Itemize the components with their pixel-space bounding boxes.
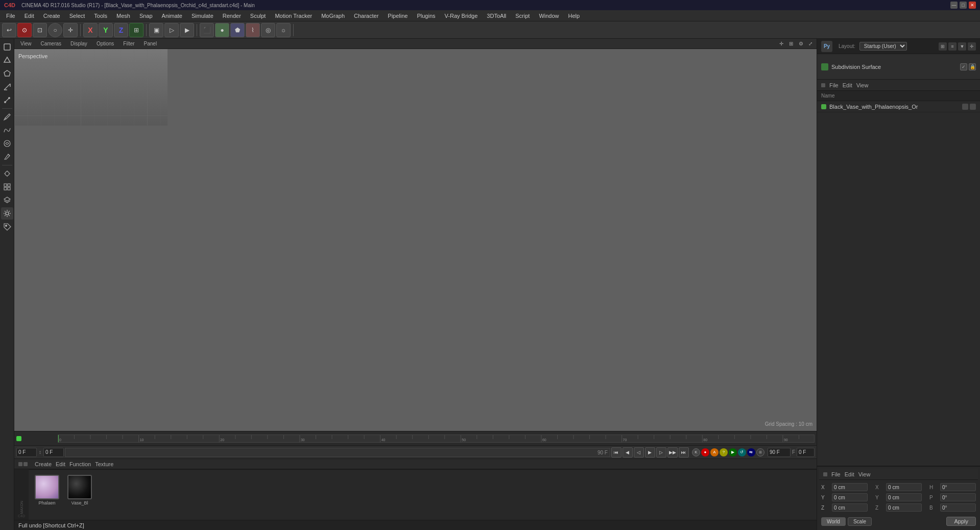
- indicator-loop[interactable]: ↺: [738, 448, 746, 456]
- attr-z-pos[interactable]: [832, 503, 868, 512]
- attr-y-pos[interactable]: [832, 493, 868, 501]
- menu-simulate[interactable]: Simulate: [187, 12, 218, 20]
- sidebar-sculpt-icon[interactable]: [1, 137, 13, 150]
- goto-end-button[interactable]: ⏭: [679, 447, 689, 457]
- menu-sculpt[interactable]: Sculpt: [246, 12, 270, 20]
- obj-row-vase[interactable]: Black_Vase_with_Phalaenopsis_Or: [817, 101, 980, 112]
- panel-icon-4[interactable]: ✛: [968, 42, 976, 51]
- attr-b-rot[interactable]: [940, 503, 976, 512]
- indicator-grid[interactable]: ⊞: [756, 448, 764, 456]
- sidebar-pen-icon[interactable]: [1, 111, 13, 123]
- mat-edit-button[interactable]: Edit: [56, 461, 65, 467]
- tab-cameras[interactable]: Cameras: [37, 40, 66, 47]
- indicator-auto[interactable]: A: [710, 448, 719, 456]
- panel-icon-2[interactable]: ≡: [948, 42, 957, 51]
- menu-help[interactable]: Help: [564, 12, 584, 20]
- sidebar-polygon-icon[interactable]: [1, 67, 13, 80]
- axis-z-button[interactable]: Z: [114, 23, 128, 37]
- render-region-button[interactable]: ▣: [149, 23, 163, 37]
- menu-character[interactable]: Character: [350, 12, 383, 20]
- menu-script[interactable]: Script: [511, 12, 534, 20]
- minimize-button[interactable]: —: [950, 2, 958, 9]
- prev-play-button[interactable]: ◁: [634, 447, 644, 457]
- sidebar-layers-icon[interactable]: [1, 194, 13, 206]
- undo-button[interactable]: ↩: [2, 23, 16, 37]
- attr-p-rot[interactable]: [940, 493, 976, 501]
- attr-y-scale[interactable]: [886, 493, 922, 501]
- menu-window[interactable]: Window: [535, 12, 563, 20]
- nurbs-button[interactable]: ⬟: [230, 23, 245, 37]
- fps-input[interactable]: [768, 448, 791, 457]
- apply-button[interactable]: Apply: [946, 517, 976, 526]
- viewport-icon-move[interactable]: ✛: [777, 40, 785, 48]
- menu-3dtoall[interactable]: 3DToAll: [483, 12, 510, 20]
- mat-function-button[interactable]: Function: [69, 461, 91, 467]
- deform-button[interactable]: ⌇: [246, 23, 260, 37]
- move-button[interactable]: ✛: [63, 23, 78, 37]
- menu-render[interactable]: Render: [219, 12, 245, 20]
- render-full-button[interactable]: ▶: [180, 23, 194, 37]
- axis-y-button[interactable]: Y: [99, 23, 113, 37]
- maximize-button[interactable]: □: [960, 2, 967, 9]
- tab-filter[interactable]: Filter: [119, 40, 138, 47]
- sidebar-object-icon[interactable]: [1, 54, 13, 66]
- obj-edit-menu[interactable]: Edit: [843, 82, 852, 88]
- sidebar-point-icon[interactable]: [1, 94, 13, 106]
- indicator-ping[interactable]: ⇆: [747, 448, 755, 456]
- fps-end-input[interactable]: [797, 448, 815, 457]
- menu-tools[interactable]: Tools: [90, 12, 111, 20]
- attr-z-scale[interactable]: [886, 503, 922, 512]
- sidebar-curve-icon[interactable]: [1, 124, 13, 136]
- sidebar-snap-icon[interactable]: [1, 167, 13, 180]
- mat-create-button[interactable]: Create: [35, 461, 52, 467]
- camera-button[interactable]: ◎: [261, 23, 275, 37]
- prev-frame-button[interactable]: ◀: [623, 447, 633, 457]
- obj-render-toggle[interactable]: [970, 104, 976, 110]
- menu-mesh[interactable]: Mesh: [112, 12, 134, 20]
- menu-mograph[interactable]: MoGraph: [317, 12, 349, 20]
- tab-view[interactable]: View: [16, 40, 36, 47]
- viewport-icon-settings[interactable]: ⚙: [797, 40, 805, 48]
- obj-view-menu[interactable]: View: [856, 82, 869, 88]
- indicator-play[interactable]: ▶: [729, 448, 737, 456]
- obj-vis-toggle[interactable]: [962, 104, 968, 110]
- select-rect-button[interactable]: ⊡: [33, 23, 47, 37]
- tab-options[interactable]: Options: [92, 40, 118, 47]
- menu-motion-tracker[interactable]: Motion Tracker: [271, 12, 316, 20]
- frame-current-input[interactable]: [43, 448, 64, 457]
- next-frame-button[interactable]: ▶▶: [667, 447, 678, 457]
- sphere-button[interactable]: ●: [215, 23, 229, 37]
- frame-start-input[interactable]: [16, 448, 37, 457]
- sidebar-paint-icon[interactable]: [1, 151, 13, 163]
- live-button[interactable]: ⊙: [17, 23, 32, 37]
- menu-snap[interactable]: Snap: [135, 12, 157, 20]
- select-circle-button[interactable]: ○: [48, 23, 62, 37]
- cube-button[interactable]: ⬛: [200, 23, 214, 37]
- tab-display[interactable]: Display: [66, 40, 91, 47]
- menu-pipeline[interactable]: Pipeline: [384, 12, 412, 20]
- world-button[interactable]: World: [821, 517, 846, 526]
- attr-x-scale[interactable]: [886, 483, 922, 491]
- sidebar-settings-icon[interactable]: [1, 207, 13, 220]
- attr-h-rot[interactable]: [940, 483, 976, 491]
- sidebar-edge-icon[interactable]: [1, 81, 13, 93]
- attr-x-pos[interactable]: [832, 483, 868, 491]
- menu-vray[interactable]: V-Ray Bridge: [441, 12, 482, 20]
- sidebar-tag-icon[interactable]: [1, 221, 13, 233]
- menu-file[interactable]: File: [2, 12, 19, 20]
- sidebar-mode-icon[interactable]: [1, 41, 13, 53]
- indicator-record[interactable]: ●: [701, 448, 709, 456]
- playback-bar[interactable]: 90 F: [65, 448, 610, 457]
- tab-panel[interactable]: Panel: [140, 40, 161, 47]
- menu-create[interactable]: Create: [39, 12, 64, 20]
- goto-start-button[interactable]: ⏮: [611, 447, 622, 457]
- timeline-ruler[interactable]: 0102030405060708090 // We'll handle this…: [14, 431, 817, 445]
- viewport-3d[interactable]: X Y Z Perspective Grid Spacing : 10 cm: [14, 49, 817, 431]
- timeline-track[interactable]: 0102030405060708090 // We'll handle this…: [58, 435, 815, 443]
- material-vase[interactable]: Vase_Bl: [65, 475, 94, 505]
- next-play-button[interactable]: ▷: [656, 447, 666, 457]
- menu-plugins[interactable]: Plugins: [413, 12, 439, 20]
- viewport-icon-camera[interactable]: ⊞: [787, 40, 795, 48]
- attr-file-menu[interactable]: File: [831, 471, 841, 477]
- menu-select[interactable]: Select: [65, 12, 89, 20]
